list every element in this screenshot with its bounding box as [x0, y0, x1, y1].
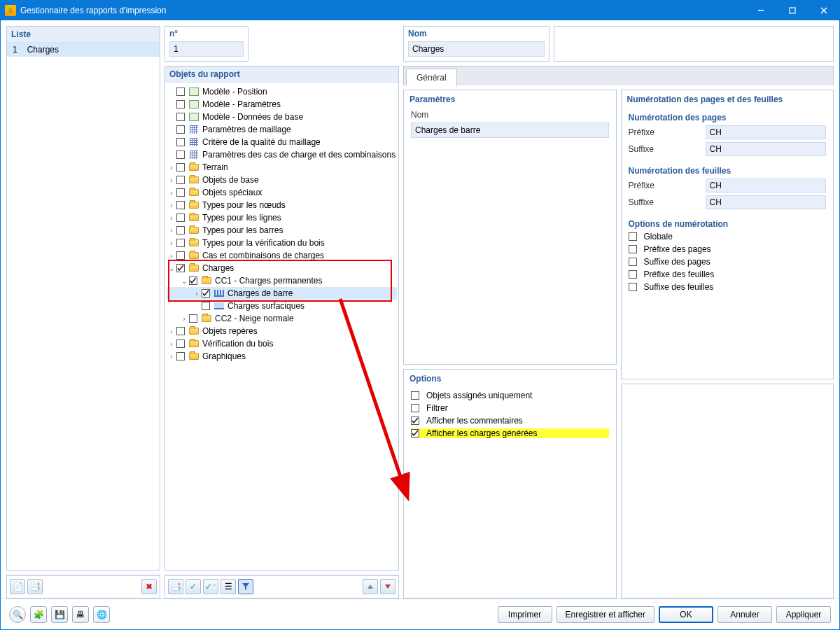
svg-rect-1 [790, 8, 795, 13]
no-label: n° [165, 27, 248, 38]
tree-checkbox[interactable] [176, 340, 185, 348]
minimize-button[interactable] [745, 1, 776, 20]
expander-icon[interactable]: › [167, 252, 176, 260]
objets-panel: Objets du rapport Modèle - Position Modè… [164, 66, 399, 570]
mesh-icon [188, 137, 200, 147]
tree-checkbox[interactable] [176, 226, 185, 234]
help-button[interactable]: 🔍 [9, 606, 26, 623]
tree-checkbox[interactable] [202, 302, 210, 310]
pages-prefix-input[interactable]: CH [706, 125, 827, 139]
model-icon [188, 99, 200, 109]
tree-checkbox[interactable] [176, 188, 185, 197]
expander-icon[interactable]: › [167, 328, 176, 335]
expander-icon[interactable]: › [167, 353, 176, 360]
objects-tree[interactable]: Modèle - Position Modèle - Paramètres Mo… [165, 83, 398, 570]
expander-icon[interactable]: › [167, 176, 176, 184]
tree-checkbox[interactable] [176, 125, 185, 134]
expander-icon[interactable]: ⌄ [179, 277, 189, 285]
checkbox-show-generated[interactable] [411, 429, 419, 438]
list-button[interactable]: ☰ [220, 579, 236, 594]
new-report-button[interactable]: 📄 [10, 579, 25, 594]
expander-icon[interactable]: › [167, 189, 176, 197]
sheets-suffix-input[interactable]: CH [706, 195, 827, 209]
tool-button-2[interactable]: 💾 [51, 606, 68, 623]
move-down-button[interactable] [380, 579, 396, 594]
liste-header: Liste [7, 27, 160, 43]
nom-input[interactable]: Charges [408, 41, 545, 57]
tree-checkbox[interactable] [176, 201, 185, 209]
language-button[interactable]: 🌐 [93, 606, 110, 623]
cancel-button[interactable]: Annuler [718, 606, 772, 623]
ok-button[interactable]: OK [659, 606, 713, 623]
tree-checkbox[interactable] [176, 100, 185, 108]
checkbox-sp[interactable] [629, 258, 637, 266]
expander-icon[interactable]: › [167, 214, 176, 222]
parametres-title: Paramètres [404, 90, 616, 107]
tree-checkbox[interactable] [176, 214, 185, 222]
checkbox-globale[interactable] [629, 232, 637, 241]
save-show-button[interactable]: Enregistrer et afficher [556, 606, 655, 623]
name-panel: Nom Charges [403, 26, 550, 62]
window-title: Gestionnaire des rapports d'impression [20, 6, 745, 15]
opt-sf-label: Suffixe des feuilles [644, 282, 714, 292]
expander-icon[interactable]: › [167, 202, 176, 209]
mesh-icon [188, 125, 200, 134]
checkbox-pp[interactable] [629, 245, 637, 253]
tree-checkbox[interactable] [176, 138, 185, 146]
preview-panel [554, 26, 834, 62]
maximize-button[interactable] [776, 1, 808, 20]
checkbox-show-comments[interactable] [411, 416, 419, 425]
sheets-prefix-input[interactable]: CH [706, 178, 827, 192]
sheets-suffix-label: Suffixe [629, 197, 706, 207]
delete-report-button[interactable]: ✖ [141, 579, 157, 594]
tree-checkbox[interactable] [176, 150, 185, 159]
duplicate-report-button[interactable]: 📑 [27, 579, 43, 594]
tree-checkbox[interactable] [202, 289, 210, 298]
checkbox-pf[interactable] [629, 270, 637, 279]
uncheck-all-button[interactable]: ✓⁻ [203, 579, 218, 594]
checkbox-filter[interactable] [411, 404, 419, 412]
tree-checkbox[interactable] [176, 176, 185, 184]
tree-checkbox[interactable] [189, 276, 197, 285]
num-options-subtitle: Options de numérotation [629, 219, 827, 229]
expander-icon[interactable]: › [167, 239, 176, 247]
tool-button-1[interactable]: 🧩 [30, 606, 47, 623]
folder-icon [188, 162, 200, 172]
expander-icon[interactable]: › [192, 290, 202, 298]
tree-checkbox[interactable] [176, 239, 185, 247]
pages-suffix-input[interactable]: CH [706, 142, 827, 156]
move-up-button[interactable] [363, 579, 378, 594]
expander-icon[interactable]: › [167, 227, 176, 234]
copy-button[interactable]: 📑 [168, 579, 183, 594]
checkbox-assigned-only[interactable] [411, 391, 419, 400]
liste-row[interactable]: 1 Charges [7, 43, 160, 57]
sheets-prefix-label: Préfixe [629, 181, 706, 190]
checkbox-sf[interactable] [629, 283, 637, 291]
close-button[interactable] [808, 1, 839, 20]
folder-icon [188, 188, 200, 197]
expander-icon[interactable]: › [167, 164, 176, 172]
tree-checkbox[interactable] [176, 327, 185, 335]
expander-icon[interactable]: › [167, 340, 176, 348]
check-all-button[interactable]: ✓ [186, 579, 201, 594]
folder-icon [188, 175, 200, 185]
no-input[interactable]: 1 [169, 41, 244, 57]
print-button[interactable]: Imprimer [498, 606, 552, 623]
filter-button[interactable] [238, 579, 253, 594]
tree-checkbox[interactable] [176, 88, 185, 96]
tree-checkbox[interactable] [176, 251, 185, 260]
tree-checkbox[interactable] [176, 113, 185, 121]
expander-icon[interactable]: › [179, 315, 189, 323]
opt-globale-label: Globale [644, 232, 673, 241]
expander-icon[interactable]: ⌄ [167, 265, 176, 272]
tab-general[interactable]: Général [406, 69, 457, 86]
param-nom-value[interactable]: Charges de barre [411, 122, 609, 138]
apply-button[interactable]: Appliquer [776, 606, 831, 623]
tree-checkbox[interactable] [176, 163, 185, 172]
tree-checkbox[interactable] [176, 352, 185, 360]
folder-icon [188, 225, 200, 235]
tree-checkbox[interactable] [176, 264, 185, 272]
empty-panel [621, 384, 834, 598]
tree-checkbox[interactable] [189, 314, 197, 323]
tool-button-3[interactable]: 🖶 [72, 606, 89, 623]
